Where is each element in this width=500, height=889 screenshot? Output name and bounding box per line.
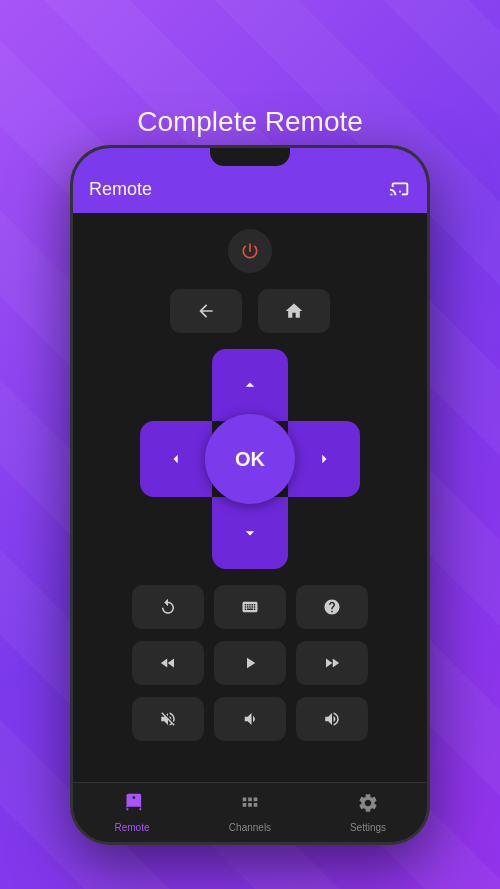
dpad-ok-button[interactable]: OK: [205, 414, 295, 504]
keyboard-button[interactable]: [214, 585, 286, 629]
headline-line1: Complete Remote: [137, 106, 363, 137]
dpad-left-button[interactable]: [140, 421, 212, 497]
extra-row-1: [132, 585, 368, 629]
dpad-up-button[interactable]: [212, 349, 288, 421]
extra-row-3: [132, 697, 368, 741]
settings-nav-icon: [357, 792, 379, 819]
bottom-nav-channels[interactable]: Channels: [191, 783, 309, 842]
vol-up-button[interactable]: [296, 697, 368, 741]
remote-nav-label: Remote: [114, 822, 149, 833]
cast-icon[interactable]: [389, 176, 411, 203]
dpad-right-button[interactable]: [288, 421, 360, 497]
extra-row-2: [132, 641, 368, 685]
channels-nav-label: Channels: [229, 822, 271, 833]
app-bar: Remote: [73, 148, 427, 213]
vol-down-button[interactable]: [214, 697, 286, 741]
bottom-nav-remote[interactable]: Remote: [73, 783, 191, 842]
back-button[interactable]: [170, 289, 242, 333]
phone-frame: Remote: [70, 145, 430, 845]
dpad-down-button[interactable]: [212, 497, 288, 569]
channels-nav-icon: [239, 792, 261, 819]
bottom-nav: Remote Channels Settings: [73, 782, 427, 842]
mute-button[interactable]: [132, 697, 204, 741]
dpad-container: OK: [140, 349, 360, 569]
play-pause-button[interactable]: [214, 641, 286, 685]
home-button[interactable]: [258, 289, 330, 333]
options-button[interactable]: [296, 585, 368, 629]
rewind-button[interactable]: [132, 641, 204, 685]
bottom-nav-settings[interactable]: Settings: [309, 783, 427, 842]
replay-button[interactable]: [132, 585, 204, 629]
remote-nav-icon: [121, 792, 143, 819]
settings-nav-label: Settings: [350, 822, 386, 833]
remote-content: OK: [73, 213, 427, 782]
app-bar-title: Remote: [89, 179, 152, 200]
power-button[interactable]: [228, 229, 272, 273]
ok-label: OK: [235, 448, 265, 471]
nav-row: [170, 289, 330, 333]
fast-forward-button[interactable]: [296, 641, 368, 685]
